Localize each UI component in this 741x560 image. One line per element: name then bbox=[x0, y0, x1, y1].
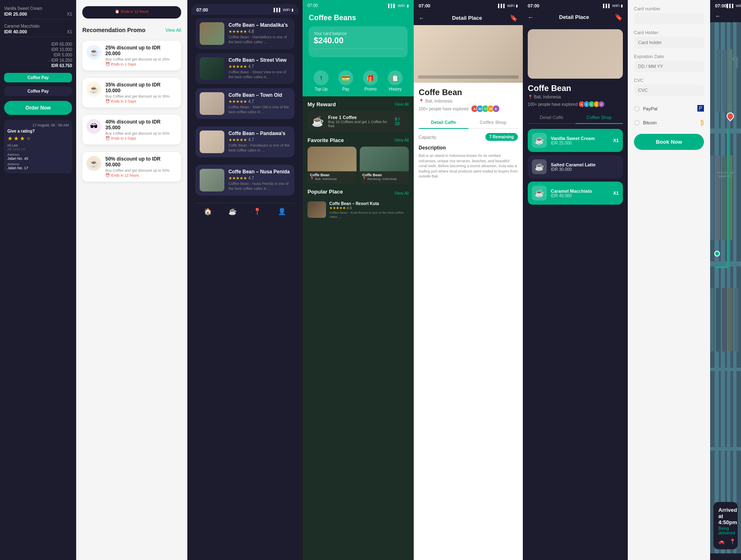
balance-divider bbox=[314, 49, 403, 52]
menu-price-1: IDR 25.000 bbox=[551, 141, 595, 145]
action-topup[interactable]: ↑ Top Up bbox=[314, 70, 329, 91]
profile-nav-icon[interactable]: 👤 bbox=[278, 208, 286, 215]
cvc-field: CVC bbox=[634, 78, 704, 96]
promo-view-all[interactable]: View All bbox=[165, 28, 181, 33]
cvc-input[interactable] bbox=[634, 84, 704, 96]
card-number-input[interactable] bbox=[634, 13, 704, 24]
menu-item-3[interactable]: ☕ Caramel Macchiato IDR 40.000 X1 bbox=[528, 182, 623, 205]
tab-coffee-shop-p6[interactable]: Coffee Shop bbox=[576, 112, 623, 124]
clock-icon-2: ⏰ bbox=[105, 99, 110, 103]
place-card-1[interactable]: Coffe Bean – Mandalika's ★★★★★ 4.8 Coffe… bbox=[196, 18, 294, 49]
signal-p6: ▌▌▌ bbox=[603, 4, 611, 8]
action-pay[interactable]: 💳 Pay bbox=[338, 70, 353, 91]
p5-location: 📍 Bali, Indonesia bbox=[419, 99, 518, 103]
green-header: Coffee Beans Your card balance $240.00 bbox=[303, 9, 414, 65]
card-holder-input[interactable] bbox=[634, 37, 704, 48]
p5-time: 07:00 bbox=[419, 3, 430, 8]
place-card-4[interactable]: Coffe Bean – Pandawa's ★★★★★ 4.7 Coffe B… bbox=[196, 126, 294, 157]
promo-content-1: 25% discount up to IDR 20.000 Buy Coffee… bbox=[105, 45, 177, 66]
promo-icon-2: ☕ bbox=[86, 82, 101, 97]
place-info-5: Coffe Bean – Nusa Penida ★★★★★ 4.7 Coffe… bbox=[228, 169, 290, 191]
p8-nav: ← bbox=[710, 10, 741, 22]
block-8 bbox=[710, 288, 714, 352]
fav-card-bg-1 bbox=[308, 147, 357, 171]
tab-coffee-shop-p5[interactable]: Coffee Shop bbox=[468, 117, 518, 128]
order-now-button[interactable]: Order Now bbox=[4, 101, 72, 115]
place-card-5[interactable]: Coffe Bean – Nusa Penida ★★★★★ 4.7 Coffe… bbox=[196, 165, 294, 196]
history-label: History bbox=[389, 87, 401, 91]
fav-card-bg-2 bbox=[360, 147, 409, 171]
p4-status-icons: ▌▌▌ WiFi ▮ bbox=[388, 3, 409, 8]
clock-icon-4: ⏰ bbox=[105, 173, 110, 177]
p6-explored: 100+ people have explored A B C D E bbox=[528, 101, 623, 107]
action-promo[interactable]: 🎁 Promo bbox=[363, 70, 378, 91]
menu-item-1[interactable]: ☕ Vanilla Sweet Cream IDR 25.000 X1 bbox=[528, 129, 623, 152]
expiration-input[interactable] bbox=[634, 61, 704, 72]
back-button-p8[interactable]: ← bbox=[715, 13, 721, 19]
back-button-p6[interactable]: ← bbox=[528, 14, 534, 21]
subtotal-section: IDR 65.000 IDR 10.000 IDR 5.000 - IDR 16… bbox=[4, 42, 72, 69]
place-card-3[interactable]: Coffe Bean – Town Old ★★★★★ 4.7 Coffee B… bbox=[196, 88, 294, 119]
book-now-button[interactable]: Book Now bbox=[634, 134, 704, 150]
fav-view-all[interactable]: View All bbox=[394, 138, 409, 142]
rating-stars: ★ ★ ★ ★ bbox=[7, 135, 69, 142]
capacity-row: Capacity 7 Remaining bbox=[419, 133, 518, 141]
p8-status-icons: ▌▌▌ WiFi ▮ bbox=[727, 4, 741, 8]
fav-loc-1: 📍 Bali, Indonesia bbox=[310, 177, 354, 181]
tab-detail-p6[interactable]: Detail Caffe bbox=[528, 112, 576, 123]
p5-header-title: Detail Place bbox=[452, 15, 482, 21]
car-icon: 🚗 bbox=[718, 539, 725, 544]
menu-price-3: IDR 40.000 bbox=[551, 194, 592, 198]
menu-name-3: Caramel Macchiato bbox=[551, 189, 592, 194]
coffee-pay-button[interactable]: Coffee Pay bbox=[4, 73, 72, 82]
place-thumb-1 bbox=[200, 22, 224, 45]
promo-icon-3: 🕶 bbox=[86, 119, 101, 134]
pay-icon: 💳 bbox=[338, 70, 353, 85]
block-4 bbox=[710, 155, 714, 240]
menu-qty-3: X1 bbox=[613, 191, 619, 196]
card-number-label: Card number bbox=[634, 6, 704, 11]
block-7 bbox=[728, 155, 733, 240]
bitcoin-option[interactable]: Bitcoin ₿ bbox=[634, 116, 704, 130]
image-overlay bbox=[418, 75, 519, 79]
promo-icon-1: ☕ bbox=[86, 45, 101, 60]
location-nav-icon[interactable]: 📍 bbox=[253, 208, 261, 215]
menu-name-2: Salted Caramel Latte bbox=[551, 162, 596, 167]
home-nav-icon[interactable]: 🏠 bbox=[204, 208, 212, 215]
fav-card-1[interactable]: Coffe Bean 📍 Bali, Indonesia bbox=[308, 147, 357, 184]
item-price-2: IDR 40.000 bbox=[4, 29, 27, 34]
subtotal-row-2: IDR 10.000 bbox=[4, 47, 72, 52]
paypal-radio[interactable] bbox=[634, 106, 640, 112]
promo-content-2: 35% discount up to IDR 10.000 Buy Coffee… bbox=[105, 82, 177, 103]
fav-card-2[interactable]: Coffe Bean 📍 Bandung, Indonesia bbox=[360, 147, 409, 184]
reward-desc: Buy 10 Coffees and get 1 Coffee for free bbox=[328, 120, 391, 128]
stars-row-3: ★★★★★ 4.7 bbox=[228, 99, 290, 104]
back-button-p5[interactable]: ← bbox=[419, 15, 424, 21]
tab-detail-caffe[interactable]: Detail Caffe bbox=[419, 117, 468, 129]
reward-name: Free 1 Coffee bbox=[328, 115, 391, 120]
menu-item-2[interactable]: ☕ Salted Caramel Latte IDR 30.000 bbox=[528, 155, 623, 178]
coffee-nav-icon[interactable]: ☕ bbox=[228, 208, 237, 215]
promo-label: Promo bbox=[364, 87, 376, 91]
p6-time: 07:00 bbox=[528, 3, 539, 8]
star-3: ★ bbox=[20, 135, 25, 142]
promo-expires-3: ⏰ Ends in 2 Days bbox=[105, 136, 177, 140]
block-1 bbox=[716, 49, 720, 113]
pop-view-all[interactable]: View All bbox=[394, 191, 409, 196]
coffee-pay-button-2[interactable]: Coffee Pay bbox=[4, 86, 72, 96]
reward-view-all[interactable]: View All bbox=[394, 102, 409, 107]
place-card-2[interactable]: Coffe Bean – Street View ★★★★★ 4.7 Coffe… bbox=[196, 53, 294, 84]
status-bar-p4: 07:00 ▌▌▌ WiFi ▮ bbox=[303, 0, 414, 9]
promo-icon-4: ☕ bbox=[86, 156, 101, 171]
pop-item-1[interactable]: Coffe Bean – Resort Kuta ★★★★★ 4.9 Coffe… bbox=[308, 201, 409, 219]
action-history[interactable]: 📋 History bbox=[388, 70, 403, 91]
p6-header: ← Detail Place 🔖 bbox=[523, 10, 628, 24]
arrival-status: Being delivered bbox=[718, 526, 733, 535]
bookmark-icon-p6[interactable]: 🔖 bbox=[615, 13, 623, 21]
star-sm-2: ★★★★★ bbox=[228, 64, 247, 69]
block-5 bbox=[716, 155, 720, 240]
bitcoin-radio[interactable] bbox=[634, 120, 640, 126]
bookmark-icon-p5[interactable]: 🔖 bbox=[510, 14, 518, 22]
paypal-option[interactable]: PayPal 🅿 bbox=[634, 102, 704, 116]
panel-detail-light: 07:00 ▌▌▌ WiFi ▮ ← Detail Place 🔖 Coffe … bbox=[414, 0, 523, 560]
